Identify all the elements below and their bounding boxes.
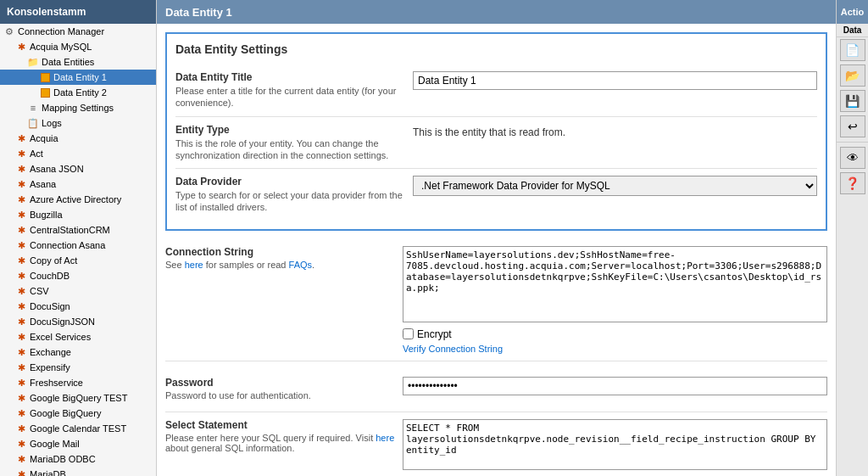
main-area: Data Entity 1 Data Entity Settings Data … <box>157 0 868 476</box>
sidebar-item-exchange[interactable]: ✱Exchange <box>0 344 156 360</box>
data-provider-select[interactable]: .Net Framework Data Provider for MySQL S… <box>413 176 817 196</box>
new-button[interactable]: 📄 <box>840 39 865 61</box>
data-provider-row: Data Provider Type to search for or sele… <box>175 169 817 221</box>
stmt-input-col: SELECT * FROM layersolutionsdetnkqrpve.n… <box>403 419 827 473</box>
sidebar-item-mariadb-odbc[interactable]: ✱MariaDB ODBC <box>0 451 156 467</box>
sidebar-item-google-bigquery[interactable]: ✱Google BigQuery <box>0 406 156 421</box>
sidebar-title-text: Konsolenstamm <box>7 6 86 18</box>
content-area: Data Entity 1 Data Entity Settings Data … <box>157 0 836 476</box>
actions-panel: Actio Data 📄 📂 💾 ↩ 👁 ❓ <box>836 0 868 476</box>
logs-icon: 📋 <box>27 117 39 129</box>
sidebar-item-data-entity-2[interactable]: Data Entity 2 <box>0 85 156 100</box>
sidebar-item-freshservice[interactable]: ✱Freshservice <box>0 375 156 390</box>
entity-title-label: Data Entity Title <box>175 71 413 83</box>
sidebar-item-couchdb[interactable]: ✱CouchDB <box>0 268 156 283</box>
encrypt-label: Encrypt <box>417 328 452 340</box>
sidebar-item-label: Bugzilla <box>30 210 63 220</box>
sidebar-item-label: DocuSignJSON <box>30 316 95 327</box>
sidebar-item-label: Google BigQuery TEST <box>30 393 127 403</box>
sidebar-item-copy-of-act[interactable]: ✱Copy of Act <box>0 253 156 268</box>
sidebar-item-label: Google Mail <box>30 439 80 449</box>
entity-title-row: Data Entity Title Please enter a title f… <box>175 64 817 117</box>
sidebar-item-label: Connection Asana <box>30 240 105 250</box>
entity-type-value: This is the entity that is read from. <box>413 124 817 138</box>
sidebar-item-connection-manager[interactable]: ⚙Connection Manager <box>0 24 156 39</box>
data-provider-label-col: Data Provider Type to search for or sele… <box>175 176 413 214</box>
sidebar-item-mapping-settings[interactable]: ≡Mapping Settings <box>0 100 156 115</box>
entity-title-desc: Please enter a title for the current dat… <box>175 85 413 109</box>
preview-button[interactable]: 👁 <box>840 147 865 169</box>
sidebar-item-data-entity-1[interactable]: Data Entity 1 <box>0 70 156 85</box>
sidebar: Konsolenstamm ⚙Connection Manager✱Acquia… <box>0 0 157 476</box>
sidebar-item-centralstationcrm[interactable]: ✱CentralStationCRM <box>0 222 156 238</box>
sidebar-item-label: CouchDB <box>30 271 70 281</box>
star-icon: ✱ <box>15 285 27 297</box>
encrypt-row: Encrypt <box>403 328 827 340</box>
sidebar-item-data-entities[interactable]: 📁Data Entities <box>0 54 156 70</box>
actions-subheader: Data <box>837 24 868 37</box>
sidebar-item-csv[interactable]: ✱CSV <box>0 283 156 299</box>
sidebar-item-connection-asana[interactable]: ✱Connection Asana <box>0 238 156 253</box>
sidebar-item-mariadb[interactable]: ✱MariaDB <box>0 467 156 476</box>
star-icon: ✱ <box>15 361 27 373</box>
sidebar-item-bugzilla[interactable]: ✱Bugzilla <box>0 207 156 222</box>
sidebar-item-label: CentralStationCRM <box>30 225 110 235</box>
conn-string-label: Connection String <box>165 246 403 258</box>
content-body: Data Entity Settings Data Entity Title P… <box>157 24 836 476</box>
conn-here-link[interactable]: here <box>185 260 203 270</box>
sidebar-item-google-mail[interactable]: ✱Google Mail <box>0 436 156 451</box>
sidebar-item-acquia[interactable]: ✱Acquia <box>0 131 156 146</box>
conn-faqs-link[interactable]: FAQs <box>289 260 313 270</box>
sidebar-item-label: Expensify <box>30 362 70 372</box>
undo-button[interactable]: ↩ <box>840 115 865 137</box>
star-icon: ✱ <box>15 316 27 328</box>
open-button[interactable]: 📂 <box>840 64 865 87</box>
star-icon: ✱ <box>15 468 27 476</box>
sidebar-item-label: Exchange <box>30 347 71 357</box>
sidebar-item-label: Acquia <box>30 133 58 143</box>
connection-string-textarea[interactable]: SshUserName=layersolutions.dev;SshHostNa… <box>403 246 827 322</box>
sidebar-item-label: Acquia MySQL <box>30 42 92 52</box>
entity-type-label: Entity Type <box>175 124 413 136</box>
sidebar-item-label: Mapping Settings <box>42 103 114 113</box>
star-icon: ✱ <box>15 346 27 358</box>
save-button[interactable]: 💾 <box>840 90 865 112</box>
help-button[interactable]: ❓ <box>840 172 865 194</box>
password-label: Password <box>165 377 403 389</box>
sidebar-item-docusign[interactable]: ✱DocuSign <box>0 299 156 314</box>
entity-type-row: Entity Type This is the role of your ent… <box>175 117 817 170</box>
connection-string-section: Connection String See here for samples o… <box>165 239 827 361</box>
sidebar-item-asana-json[interactable]: ✱Asana JSON <box>0 161 156 176</box>
verify-connection-link[interactable]: Verify Connection String <box>403 344 827 354</box>
sidebar-item-label: Asana <box>30 179 56 189</box>
password-input[interactable] <box>403 377 827 395</box>
entity-icon <box>39 87 51 98</box>
star-icon: ✱ <box>15 331 27 343</box>
pwd-input-col <box>403 377 827 395</box>
entity-type-label-col: Entity Type This is the role of your ent… <box>175 124 413 162</box>
sidebar-item-google-calendar-test[interactable]: ✱Google Calendar TEST <box>0 421 156 436</box>
sidebar-item-excel-services[interactable]: ✱Excel Services <box>0 329 156 344</box>
sidebar-item-google-bigquery-test[interactable]: ✱Google BigQuery TEST <box>0 390 156 406</box>
sidebar-item-acquia-mysql[interactable]: ✱Acquia MySQL <box>0 39 156 54</box>
sidebar-item-label: Copy of Act <box>30 255 77 266</box>
sidebar-item-label: MariaDB ODBC <box>30 454 96 464</box>
sidebar-item-docusignjson[interactable]: ✱DocuSignJSON <box>0 314 156 329</box>
sidebar-item-azure-active-directory[interactable]: ✱Azure Active Directory <box>0 192 156 207</box>
stmt-here-link[interactable]: here <box>376 433 394 443</box>
sidebar-item-asana[interactable]: ✱Asana <box>0 176 156 192</box>
sidebar-item-logs[interactable]: 📋Logs <box>0 115 156 131</box>
encrypt-checkbox[interactable] <box>403 328 414 339</box>
star-icon: ✱ <box>15 132 27 144</box>
star-icon: ✱ <box>15 377 27 389</box>
pwd-label-col: Password Password to use for authenticat… <box>165 377 403 405</box>
folder-icon: 📁 <box>27 56 39 68</box>
sidebar-item-act[interactable]: ✱Act <box>0 146 156 161</box>
sidebar-item-label: Freshservice <box>30 378 83 388</box>
entity-title-input[interactable] <box>413 71 817 90</box>
actions-header-text: Actio <box>841 7 865 17</box>
sidebar-item-label: Asana JSON <box>30 164 84 174</box>
select-statement-textarea[interactable]: SELECT * FROM layersolutionsdetnkqrpve.n… <box>403 419 827 470</box>
sidebar-item-expensify[interactable]: ✱Expensify <box>0 360 156 375</box>
star-icon: ✱ <box>15 224 27 236</box>
